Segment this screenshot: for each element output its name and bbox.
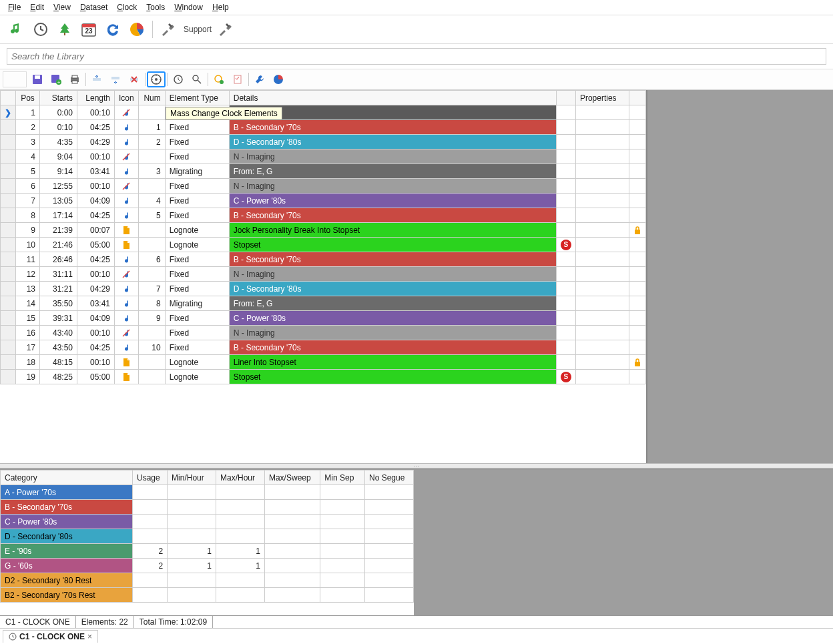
history-icon[interactable] bbox=[169, 71, 188, 87]
table-row[interactable]: 59:1403:413MigratingFrom: E, G bbox=[1, 164, 646, 179]
col-pos[interactable]: Pos bbox=[16, 91, 40, 105]
tree-icon[interactable] bbox=[55, 19, 75, 39]
cell-type[interactable]: Fixed bbox=[165, 340, 229, 355]
refresh-icon[interactable] bbox=[103, 19, 123, 39]
cat-col-usage[interactable]: Usage bbox=[132, 470, 167, 485]
cell-type[interactable]: Migrating bbox=[165, 296, 229, 311]
menu-window[interactable]: Window bbox=[174, 3, 203, 12]
clock-grid[interactable]: Pos Starts Length Icon Num Element Type … bbox=[0, 90, 646, 384]
cell-details[interactable]: D - Secondary '80s bbox=[229, 282, 556, 296]
clock-add-icon[interactable] bbox=[210, 71, 228, 87]
rowhandle[interactable] bbox=[1, 252, 16, 267]
find-icon[interactable] bbox=[188, 71, 206, 87]
cell-details[interactable]: From: E, G bbox=[229, 164, 556, 179]
tools2-icon[interactable] bbox=[216, 19, 236, 39]
cell-details[interactable]: B - Secondary '70s bbox=[229, 340, 556, 355]
rowhandle[interactable] bbox=[1, 326, 16, 340]
cell-details[interactable]: Stopset bbox=[229, 238, 556, 252]
rowhandle[interactable] bbox=[1, 340, 16, 355]
tab-clock[interactable]: C1 - CLOCK ONE × bbox=[3, 630, 98, 643]
rowhandle[interactable] bbox=[1, 311, 16, 326]
cell-type[interactable]: Fixed bbox=[165, 267, 229, 282]
cell-type[interactable]: Fixed bbox=[165, 311, 229, 326]
rowhandle[interactable] bbox=[1, 355, 16, 370]
menu-help[interactable]: Help bbox=[212, 3, 229, 12]
cell-type[interactable]: Fixed bbox=[165, 208, 229, 223]
table-row[interactable]: 1848:1500:10LognoteLiner Into Stopset bbox=[1, 355, 646, 370]
cell-details[interactable]: N - Imaging bbox=[229, 326, 556, 340]
cat-col-minsep[interactable]: Min Sep bbox=[320, 470, 365, 485]
append-icon[interactable] bbox=[106, 71, 125, 87]
menu-dataset[interactable]: Dataset bbox=[80, 3, 107, 12]
category-row[interactable]: D2 - Secondary '80 Rest bbox=[1, 573, 414, 588]
cell-details[interactable]: C - Power '80s bbox=[229, 311, 556, 326]
cell-type[interactable]: Fixed bbox=[165, 179, 229, 194]
wrench-icon[interactable] bbox=[250, 71, 269, 87]
cat-col-minh[interactable]: Min/Hour bbox=[168, 470, 216, 485]
category-row[interactable]: D - Secondary '80s bbox=[1, 529, 414, 544]
pie-small-icon[interactable] bbox=[269, 71, 288, 87]
rowhandle[interactable] bbox=[1, 223, 16, 238]
menu-file[interactable]: File bbox=[8, 3, 21, 12]
cell-details[interactable]: B - Secondary '70s bbox=[229, 252, 556, 267]
print-icon[interactable] bbox=[65, 71, 84, 87]
support-label[interactable]: Support bbox=[184, 25, 212, 34]
rowhandle[interactable]: ❯ bbox=[1, 105, 16, 120]
category-row[interactable]: G - '60s211 bbox=[1, 559, 414, 573]
cell-type[interactable]: Fixed bbox=[165, 120, 229, 135]
category-row[interactable]: E - '90s211 bbox=[1, 544, 414, 559]
col-properties[interactable]: Properties bbox=[575, 91, 629, 105]
col-details[interactable]: Details bbox=[229, 91, 556, 105]
rowhandle[interactable] bbox=[1, 208, 16, 223]
cat-col-nosegue[interactable]: No Segue bbox=[365, 470, 414, 485]
col-starts[interactable]: Starts bbox=[40, 91, 77, 105]
menu-edit[interactable]: Edit bbox=[30, 3, 44, 12]
rowhandle[interactable] bbox=[1, 370, 16, 384]
tools-icon[interactable] bbox=[158, 19, 178, 39]
cell-details[interactable]: From: E, G bbox=[229, 296, 556, 311]
cell-type[interactable]: Lognote bbox=[165, 238, 229, 252]
category-row[interactable]: B2 - Secondary '70s Rest bbox=[1, 588, 414, 603]
table-row[interactable]: 1539:3104:099FixedC - Power '80s bbox=[1, 311, 646, 326]
cell-type[interactable]: Lognote bbox=[165, 355, 229, 370]
save-icon[interactable] bbox=[28, 71, 47, 87]
table-row[interactable]: 612:5500:10FixedN - Imaging bbox=[1, 179, 646, 194]
close-icon[interactable]: × bbox=[87, 632, 92, 641]
col-type[interactable]: Element Type bbox=[165, 91, 229, 105]
table-row[interactable]: 20:1004:251FixedB - Secondary '70s bbox=[1, 120, 646, 135]
cell-details[interactable]: C - Power '80s bbox=[229, 194, 556, 208]
cell-type[interactable]: Lognote bbox=[165, 223, 229, 238]
cell-details[interactable]: B - Secondary '70s bbox=[229, 120, 556, 135]
table-row[interactable]: 49:0400:10FixedN - Imaging bbox=[1, 149, 646, 164]
table-row[interactable]: 1021:4605:00LognoteStopsetS bbox=[1, 238, 646, 252]
rowhandle[interactable] bbox=[1, 135, 16, 149]
table-row[interactable]: 1231:1100:10FixedN - Imaging bbox=[1, 267, 646, 282]
checklist-icon[interactable] bbox=[228, 71, 247, 87]
table-row[interactable]: 34:3504:292FixedD - Secondary '80s bbox=[1, 135, 646, 149]
table-row[interactable]: 1743:5004:2510FixedB - Secondary '70s bbox=[1, 340, 646, 355]
music-icon[interactable] bbox=[7, 19, 27, 39]
table-row[interactable]: 817:1404:255FixedB - Secondary '70s bbox=[1, 208, 646, 223]
mass-change-icon[interactable] bbox=[147, 71, 166, 87]
col-length[interactable]: Length bbox=[77, 91, 115, 105]
category-grid[interactable]: Category Usage Min/Hour Max/Hour Max/Swe… bbox=[0, 470, 414, 603]
cat-col-maxh[interactable]: Max/Hour bbox=[216, 470, 265, 485]
cell-details[interactable]: Stopset bbox=[229, 370, 556, 384]
rowhandle[interactable] bbox=[1, 267, 16, 282]
col-num[interactable]: Num bbox=[138, 91, 165, 105]
category-row[interactable]: C - Power '80s bbox=[1, 515, 414, 529]
rowhandle[interactable] bbox=[1, 194, 16, 208]
splitter[interactable]: ⋯ bbox=[0, 463, 833, 468]
save-plus-icon[interactable]: + bbox=[47, 71, 65, 87]
cell-details[interactable]: N - Imaging bbox=[229, 179, 556, 194]
table-row[interactable]: 1435:5003:418MigratingFrom: E, G bbox=[1, 296, 646, 311]
cat-col-category[interactable]: Category bbox=[1, 470, 133, 485]
cell-details[interactable]: N - Imaging bbox=[229, 149, 556, 164]
pie-chart-icon[interactable] bbox=[127, 19, 147, 39]
rowhandle[interactable] bbox=[1, 149, 16, 164]
search-input[interactable] bbox=[7, 48, 826, 65]
rowhandle[interactable] bbox=[1, 296, 16, 311]
menu-view[interactable]: View bbox=[53, 3, 71, 12]
cell-type[interactable]: Fixed bbox=[165, 135, 229, 149]
cell-type[interactable]: Lognote bbox=[165, 370, 229, 384]
